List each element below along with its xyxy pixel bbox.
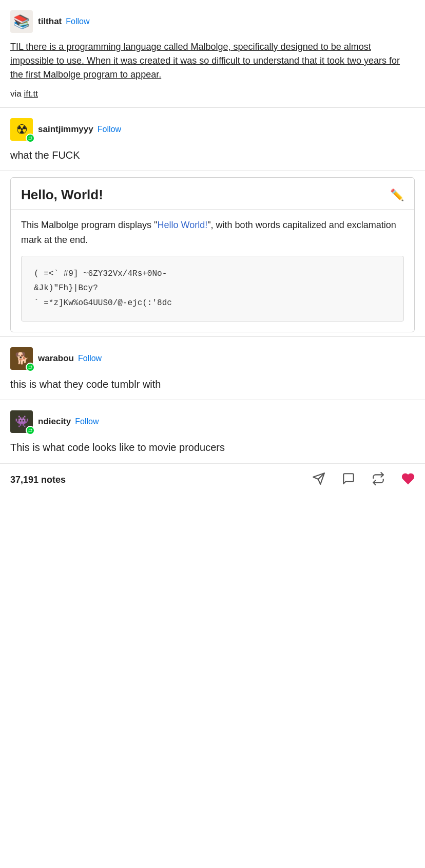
follow-button-saint[interactable]: Follow <box>98 125 121 134</box>
wiki-desc-part1: This Malbolge program displays " <box>21 220 158 230</box>
post-link-tilthat[interactable]: TIL there is a programming language call… <box>10 42 400 80</box>
user-header-ndiecity: 👾 ndiecity Follow <box>10 410 415 433</box>
user-header-warabou: 🐕 warabou Follow <box>10 347 415 370</box>
post-saintjimmyyy: ☢ saintjimmyyy Follow what the FUCK <box>0 108 425 171</box>
send-button[interactable] <box>312 472 325 488</box>
post-tilthat: 📚 tilthat Follow TIL there is a programm… <box>0 0 425 108</box>
reblog-badge-saint <box>26 134 35 143</box>
via-text: via <box>10 89 22 99</box>
wiki-embed-block: Hello, World! ✏️ This Malbolge program d… <box>0 177 425 337</box>
wiki-body: This Malbolge program displays "Hello Wo… <box>11 210 414 332</box>
via-line: via ift.tt <box>10 89 415 99</box>
username-saint: saintjimmyyy <box>38 124 93 135</box>
reaction-ndiecity: This is what code looks like to movie pr… <box>10 440 415 455</box>
wiki-embed: Hello, World! ✏️ This Malbolge program d… <box>10 177 415 332</box>
post-content-tilthat: TIL there is a programming language call… <box>10 40 415 82</box>
follow-button-ndiecity[interactable]: Follow <box>75 417 99 426</box>
footer-bar: 37,191 notes <box>0 463 425 497</box>
wiki-header: Hello, World! ✏️ <box>11 178 414 210</box>
avatar-saint: ☢ <box>10 118 33 141</box>
wiki-desc-link[interactable]: Hello World! <box>158 220 208 230</box>
like-button[interactable] <box>401 472 415 488</box>
post-warabou: 🐕 warabou Follow this is what they code … <box>0 337 425 400</box>
code-line-1: ( =<` #9] ~6ZY32Vx/4Rs+0No- <box>34 267 391 281</box>
post-ndiecity: 👾 ndiecity Follow This is what code look… <box>0 400 425 463</box>
wiki-description: This Malbolge program displays "Hello Wo… <box>21 218 404 248</box>
pencil-icon[interactable]: ✏️ <box>390 188 404 202</box>
follow-button-tilthat[interactable]: Follow <box>66 17 89 26</box>
avatar-ndiecity: 👾 <box>10 410 33 433</box>
notes-count: 37,191 notes <box>10 475 312 485</box>
code-line-3: ` =*z]Kw%oG4UUS0/@-ejc(:'8dc <box>34 296 391 311</box>
reblog-badge-warabou <box>26 363 35 372</box>
username-warabou: warabou <box>38 353 74 364</box>
reblog-button[interactable] <box>372 472 385 488</box>
wiki-title: Hello, World! <box>21 187 103 203</box>
avatar-warabou: 🐕 <box>10 347 33 370</box>
user-header-saint: ☢ saintjimmyyy Follow <box>10 118 415 141</box>
reaction-warabou: this is what they code tumblr with <box>10 377 415 391</box>
user-header-tilthat: 📚 tilthat Follow <box>10 10 415 33</box>
avatar-tilthat: 📚 <box>10 10 33 33</box>
footer-icons <box>312 472 415 488</box>
username-tilthat: tilthat <box>38 16 62 27</box>
via-link[interactable]: ift.tt <box>24 89 37 99</box>
reaction-saint: what the FUCK <box>10 148 415 162</box>
follow-button-warabou[interactable]: Follow <box>78 354 102 363</box>
username-ndiecity: ndiecity <box>38 417 71 427</box>
comment-button[interactable] <box>342 472 355 488</box>
code-line-2: &Jk)"Fh}|Bcy? <box>34 281 391 296</box>
malbolge-code: ( =<` #9] ~6ZY32Vx/4Rs+0No- &Jk)"Fh}|Bcy… <box>21 256 404 322</box>
reblog-badge-ndiecity <box>26 426 35 435</box>
